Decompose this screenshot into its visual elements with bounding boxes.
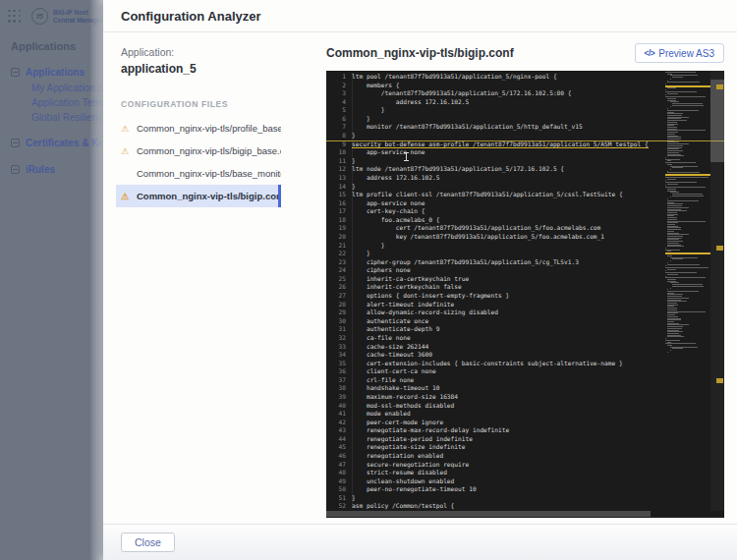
minimap-line	[672, 196, 703, 196]
line-number: 37	[326, 376, 346, 385]
line-number: 11	[326, 157, 346, 166]
overview-warning-marker	[716, 378, 723, 383]
line-number: 12	[326, 165, 346, 174]
code-text: strict-resume disabled	[352, 469, 447, 477]
code-text: }	[352, 242, 385, 251]
line-number: 15	[326, 191, 346, 199]
line-number: 5	[326, 106, 346, 115]
line-number: 8	[326, 132, 346, 140]
code-text: address 172.16.102.5	[352, 98, 469, 107]
overview-warning-marker	[716, 84, 723, 89]
line-number: 33	[326, 343, 346, 352]
minimap-line	[665, 174, 710, 176]
sidebar-top: f5 BIG-IP Next Central Manager	[0, 0, 103, 25]
minimap-line	[670, 196, 671, 197]
config-file-item[interactable]: Common_nginx-vip-tls/base_monitors_defa.…	[116, 162, 281, 185]
config-file-name: Common_nginx-vip-tls/bigip_base.conf	[137, 145, 281, 156]
code-text: monitor /tenant87f7bd9913a51/application…	[352, 123, 583, 132]
sidebar-item-my-application-services[interactable]: My Application Services	[31, 83, 103, 93]
code-text: ca-file none	[352, 334, 411, 343]
minimap-line	[667, 352, 668, 353]
line-number: 49	[326, 477, 346, 486]
vertical-scrollbar-thumb[interactable]	[710, 80, 724, 162]
line-number: 35	[326, 360, 346, 368]
minimap-line	[667, 82, 699, 83]
minimap-line	[672, 348, 683, 349]
line-number: 18	[326, 216, 346, 225]
sidebar-item-irules[interactable]: iRules	[11, 162, 103, 176]
code-text: maximum-record-size 16384	[352, 393, 458, 402]
line-number: 47	[326, 461, 346, 470]
line-number: 36	[326, 367, 346, 376]
line-number: 16	[326, 199, 346, 208]
code-text: security bot-defense asm-profile /tenant…	[352, 140, 649, 149]
code-text: inherit-ca-certkeychain true	[352, 275, 469, 284]
line-number: 44	[326, 435, 346, 444]
sidebar-item-label: My Application Services	[31, 83, 103, 93]
line-number: 31	[326, 325, 346, 334]
config-file-item[interactable]: ⚠Common_nginx-vip-tls/bigip.conf	[116, 185, 281, 207]
config-file-item[interactable]: ⚠Common_nginx-vip-tls/profile_base_defau…	[116, 117, 281, 140]
horizontal-scrollbar-thumb[interactable]	[326, 511, 651, 517]
code-text: address 172.16.102.5	[352, 174, 439, 183]
code-text: handshake-timeout 10	[352, 384, 439, 393]
overview-warning-marker	[716, 246, 723, 251]
line-number: 39	[326, 393, 346, 402]
line-number: 4	[326, 98, 346, 107]
code-text: key /tenant87f7bd9913a51/application_5/f…	[352, 233, 604, 242]
code-text: authenticate-depth 9	[352, 325, 439, 334]
vertical-scrollbar[interactable]	[710, 71, 724, 511]
minimap-line	[672, 77, 683, 78]
code-text: client-cert-ca none	[352, 367, 436, 376]
sidebar-item-application-templates[interactable]: Application Templates	[31, 97, 103, 108]
line-number: 50	[326, 485, 346, 494]
line-number: 1	[326, 73, 346, 82]
minimap-line	[665, 85, 710, 87]
config-file-item[interactable]: ⚠Common_nginx-vip-tls/bigip_base.conf	[116, 140, 281, 162]
line-number: 9	[326, 140, 346, 149]
minimap-line	[672, 167, 683, 168]
code-editor[interactable]: 1ltm pool /tenant87f7bd9913a51/applicati…	[326, 71, 724, 518]
code-text: renegotiate-size indefinite	[352, 443, 465, 452]
code-text: mode enabled	[352, 410, 411, 419]
minimap-line	[670, 169, 671, 170]
line-number: 28	[326, 301, 346, 309]
line-number: 38	[326, 384, 346, 393]
code-text: alert-timeout indefinite	[352, 301, 454, 309]
line-number: 6	[326, 115, 346, 124]
minimap-line	[667, 184, 678, 185]
sidebar-item-global-resiliency[interactable]: Global Resiliency	[31, 112, 103, 123]
line-number: 41	[326, 410, 346, 419]
code-text: members {	[352, 82, 399, 90]
preview-as3-button[interactable]: </> Preview AS3	[635, 43, 725, 63]
minimap[interactable]	[665, 72, 710, 510]
close-button[interactable]: Close	[121, 532, 175, 552]
sidebar-item-certificates-keys[interactable]: Certificates & Keys	[11, 136, 103, 149]
application-name: application_5	[121, 62, 326, 76]
minimap-line	[667, 155, 684, 156]
irules-icon	[11, 165, 20, 174]
code-text: options { dont-insert-empty-fragments }	[352, 292, 509, 301]
sidebar-item-applications[interactable]: Applications	[11, 65, 103, 79]
minimap-line	[667, 246, 684, 247]
code-text: peer-no-renegotiate-timeout 10	[352, 485, 477, 494]
minimap-line	[667, 336, 684, 337]
code-icon: </>	[645, 48, 655, 58]
code-text: app-service none	[352, 199, 425, 208]
sidebar-item-label: Certificates & Keys	[26, 138, 103, 148]
line-number: 34	[326, 351, 346, 360]
configuration-analyzer-modal: Configuration Analyzer Application: appl…	[103, 0, 737, 560]
code-text: crl-file none	[352, 376, 414, 385]
sidebar-item-label: Applications	[26, 67, 85, 78]
line-number: 48	[326, 469, 346, 477]
brand-text: BIG-IP Next Central Manager	[53, 9, 103, 25]
viewer-file-title: Common_nginx-vip-tls/bigip.conf	[326, 46, 514, 60]
code-text: }	[352, 494, 356, 503]
code-text: cert /tenant87f7bd9913a51/application_5/…	[352, 224, 600, 233]
code-text: renegotiate-period indefinite	[352, 435, 473, 444]
brand-line2: Central Manager	[53, 17, 103, 25]
code-text: cache-timeout 3600	[352, 351, 432, 360]
app-grid-icon[interactable]	[8, 10, 22, 24]
code-text: /tenant87f7bd9913a51/application_5/172.1…	[352, 89, 572, 98]
code-text: }	[352, 157, 356, 166]
